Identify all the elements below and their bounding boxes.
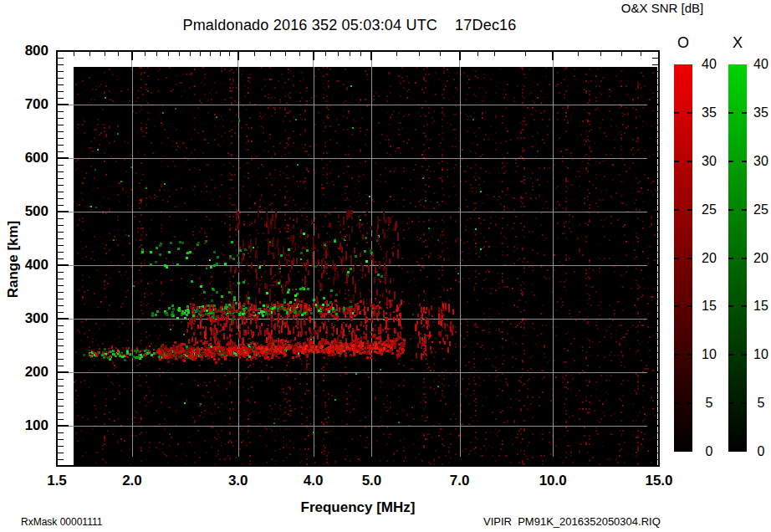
y-minor-tick (652, 453, 658, 453)
ionogram-plot (74, 67, 657, 466)
y-minor-tick (58, 165, 64, 166)
y-minor-tick (58, 332, 64, 333)
colorbar-tick-dash (728, 354, 733, 356)
y-tick-label: 100 (8, 417, 49, 434)
y-major-tick (647, 211, 658, 212)
y-minor-tick (652, 412, 658, 413)
filename-label: VIPIR PM91K_2016352050304.RIQ (483, 515, 661, 528)
y-minor-tick (58, 399, 64, 400)
y-minor-tick (652, 312, 658, 313)
y-minor-tick (58, 459, 64, 460)
colorbar-title: O&X SNR [dB] (585, 1, 739, 15)
x-minor-tick (325, 461, 326, 465)
y-minor-tick (58, 218, 64, 219)
x-minor-tick (525, 461, 526, 465)
y-minor-tick (58, 118, 64, 119)
x-minor-tick (179, 461, 180, 465)
y-major-tick (58, 371, 69, 373)
colorbar-tick-dash (728, 258, 733, 259)
x-minor-tick (74, 52, 74, 56)
colorbar-tick-dash (728, 112, 733, 114)
x-minor-tick (254, 52, 255, 56)
x-minor-tick (338, 52, 339, 56)
colorbar-mode-label: X (722, 34, 753, 52)
x-minor-tick (168, 52, 169, 56)
x-minor-tick (145, 461, 146, 465)
y-minor-tick (58, 439, 64, 440)
y-minor-tick (58, 285, 64, 286)
x-minor-tick (210, 461, 211, 465)
x-minor-tick (89, 461, 90, 465)
y-minor-tick (58, 192, 64, 192)
colorbar-tick-dash (687, 209, 692, 211)
y-minor-tick (58, 272, 64, 273)
x-minor-tick (210, 52, 211, 56)
colorbar-tick-dash (674, 209, 679, 211)
x-minor-tick (229, 52, 230, 56)
x-minor-tick (621, 461, 622, 465)
y-minor-tick (58, 198, 64, 199)
x-minor-tick (285, 461, 286, 465)
y-minor-tick (652, 238, 658, 239)
colorbar-tick-label: 10 (747, 347, 771, 362)
y-minor-tick (652, 379, 658, 380)
x-minor-tick (600, 52, 601, 56)
colorbar-tick-label: 35 (695, 105, 723, 120)
y-tick-label: 800 (8, 43, 49, 59)
y-minor-tick (652, 305, 658, 306)
x-minor-tick (89, 52, 90, 56)
y-major-tick (58, 318, 69, 320)
colorbar-tick-dash (728, 402, 733, 404)
y-minor-tick (58, 151, 64, 152)
y-minor-tick (652, 71, 658, 72)
y-major-tick (58, 425, 69, 427)
y-minor-tick (652, 419, 658, 420)
y-minor-tick (58, 91, 64, 92)
y-minor-tick (652, 279, 658, 279)
y-minor-tick (58, 78, 64, 79)
colorbar-tick-label: 25 (695, 202, 723, 217)
y-minor-tick (58, 232, 64, 233)
colorbar-tick-dash (674, 305, 679, 307)
colorbar-tick-dash (674, 258, 679, 259)
y-minor-tick (58, 84, 64, 85)
x-minor-tick (494, 461, 495, 465)
y-minor-tick (652, 138, 658, 139)
ionogram-viewer: Pmaldonado 2016 352 05:03:04 UTC 17Dec16… (0, 0, 771, 532)
y-minor-tick (652, 165, 658, 166)
y-minor-tick (58, 252, 64, 253)
y-minor-tick (58, 245, 64, 246)
y-minor-tick (58, 406, 64, 407)
x-major-tick (56, 52, 58, 60)
x-major-tick (552, 52, 554, 60)
y-minor-tick (58, 366, 64, 366)
y-minor-tick (652, 446, 658, 447)
y-minor-tick (652, 258, 658, 259)
x-minor-tick (338, 461, 339, 465)
x-minor-tick (440, 52, 441, 56)
colorbar-tick-dash (674, 112, 679, 114)
y-tick-label: 400 (8, 257, 49, 274)
y-major-tick (58, 264, 69, 266)
page-title: Pmaldonado 2016 352 05:03:04 UTC (182, 17, 437, 34)
y-minor-tick (58, 345, 64, 346)
y-tick-label: 300 (8, 310, 49, 327)
y-minor-tick (652, 84, 658, 85)
colorbar-tick-dash (674, 161, 679, 162)
y-minor-tick (652, 91, 658, 92)
colorbar-tick-dash (728, 209, 733, 211)
colorbar-tick-label: 40 (747, 57, 771, 72)
colorbar-tick-dash (687, 161, 692, 162)
x-minor-tick (350, 461, 350, 465)
x-minor-tick (74, 461, 74, 465)
x-minor-tick (419, 52, 420, 56)
y-minor-tick (58, 71, 64, 72)
rx-mask-label: RxMask 00001111 (21, 516, 102, 528)
x-major-tick (658, 457, 660, 465)
y-minor-tick (58, 279, 64, 279)
y-minor-tick (58, 185, 64, 186)
x-major-tick (370, 52, 372, 60)
y-minor-tick (58, 292, 64, 293)
colorbar-tick-dash (687, 354, 692, 356)
y-minor-tick (58, 453, 64, 453)
